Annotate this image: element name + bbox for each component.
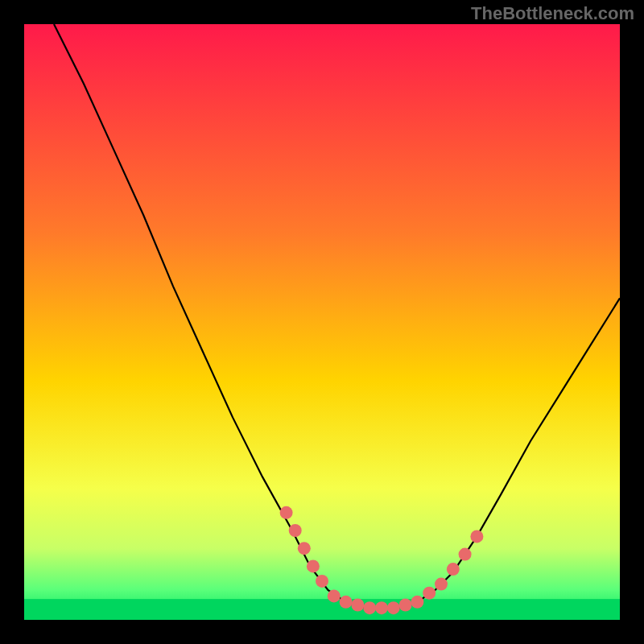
gradient-background: [24, 24, 620, 620]
bottleneck-chart: [0, 0, 644, 644]
highlight-dot: [387, 601, 400, 614]
highlight-dot: [423, 587, 436, 600]
green-band: [24, 599, 620, 620]
highlight-dot: [459, 548, 472, 561]
highlight-dot: [447, 563, 460, 576]
highlight-dot: [298, 542, 311, 555]
highlight-dot: [435, 578, 448, 591]
watermark-text: TheBottleneck.com: [471, 3, 634, 24]
highlight-dot: [280, 506, 293, 519]
highlight-dot: [316, 575, 328, 588]
highlight-dot: [307, 559, 320, 572]
highlight-dot: [470, 530, 483, 543]
chart-container: TheBottleneck.com: [0, 0, 644, 644]
highlight-dot: [289, 524, 302, 537]
highlight-dot: [328, 589, 341, 602]
highlight-dot: [363, 601, 376, 614]
highlight-dot: [411, 596, 423, 609]
highlight-dot: [375, 601, 388, 614]
highlight-dot: [399, 599, 412, 612]
highlight-dot: [340, 596, 353, 609]
highlight-dot: [351, 599, 364, 612]
